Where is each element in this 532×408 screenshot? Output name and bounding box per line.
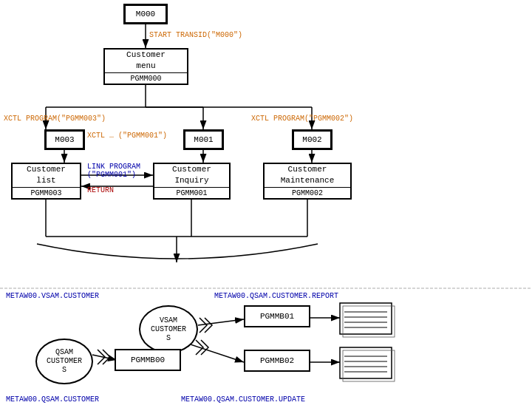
start-transid-label: START TRANSID("M000")	[149, 31, 242, 39]
pgmmb01-label: PGMMB01	[260, 311, 294, 322]
vsam-text: VSAMCUSTOMERS	[151, 316, 186, 343]
transfer-symbol-3	[192, 336, 214, 358]
customer-maintenance-sublabel: PGMM002	[265, 187, 350, 198]
customer-list-sublabel: PGMM003	[13, 187, 80, 198]
xctl-pgmm001-label: XCTL … ("PGMM001")	[87, 132, 167, 140]
xctl-pgmm003-label: XCTL PROGRAM("PGMM003")	[4, 115, 106, 123]
svg-rect-26	[340, 303, 392, 334]
m002-box: M002	[292, 129, 332, 150]
customer-list-text: Customerlist	[27, 164, 66, 186]
customer-menu-box: Customermenu PGMM000	[103, 48, 188, 85]
customer-inquiry-text: CustomerInquiry	[172, 164, 211, 186]
transfer-symbol-2	[94, 346, 116, 368]
customer-list-box: Customerlist PGMM003	[11, 163, 81, 200]
transfer-symbol-1	[196, 314, 218, 336]
pgmmb00-box: PGMMB00	[115, 349, 181, 371]
report-doc-pgmmb02	[338, 346, 398, 383]
metaw00-qsam-update-label: METAW00.QSAM.CUSTOMER.UPDATE	[181, 395, 305, 404]
pgmmb02-box: PGMMB02	[244, 350, 310, 372]
pgmmb02-label: PGMMB02	[260, 356, 294, 366]
pgmmb00-label: PGMMB00	[131, 355, 165, 365]
metaw00-qsam-label: METAW00.QSAM.CUSTOMER	[6, 395, 99, 404]
metaw00-qsam-report-label: METAW00.QSAM.CUSTOMER.REPORT	[214, 292, 338, 300]
customer-maintenance-box: CustomerMaintenance PGMM002	[263, 163, 352, 200]
xctl-pgmm002-label: XCTL PROGRAM("PGMM002")	[251, 115, 353, 123]
m001-label: M001	[194, 135, 213, 145]
report-doc-pgmmb01	[338, 302, 398, 339]
m002-label: M002	[302, 135, 321, 145]
diagram: M000 START TRANSID("M000") Customermenu …	[0, 0, 532, 408]
m003-box: M003	[44, 129, 85, 150]
m000-label: M000	[136, 9, 155, 19]
m000-box: M000	[123, 4, 168, 24]
return-label: RETURN	[87, 186, 114, 194]
qsam-ellipse: QSAMCUSTOMERS	[35, 339, 93, 384]
customer-menu-text: Customermenu	[126, 50, 166, 71]
m001-box: M001	[183, 129, 224, 150]
link-program-label: LINK PROGRAM("PGMM001")	[87, 163, 140, 179]
m003-label: M003	[55, 135, 74, 145]
customer-inquiry-box: CustomerInquiry PGMM001	[153, 163, 231, 200]
metaw00-vsam-label: METAW00.VSAM.CUSTOMER	[6, 292, 99, 300]
pgmmb01-box: PGMMB01	[244, 305, 310, 327]
customer-maintenance-text: CustomerMaintenance	[281, 164, 335, 186]
svg-rect-32	[340, 347, 392, 378]
vsam-ellipse: VSAMCUSTOMERS	[139, 305, 198, 353]
customer-menu-sublabel: PGMM000	[105, 72, 187, 84]
customer-inquiry-sublabel: PGMM001	[154, 187, 229, 198]
qsam-text: QSAMCUSTOMERS	[47, 348, 82, 375]
